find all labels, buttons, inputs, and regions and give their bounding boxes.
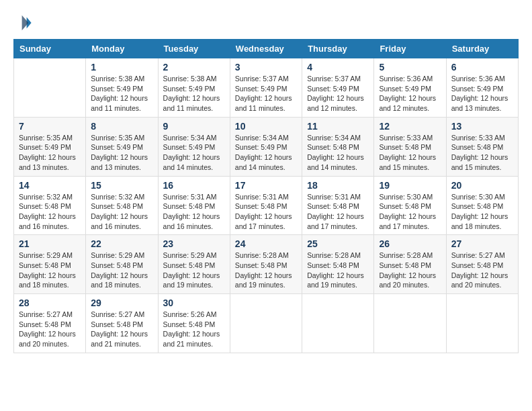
- day-number: 30: [163, 298, 225, 308]
- calendar-cell: 8Sunrise: 5:35 AM Sunset: 5:49 PM Daylig…: [86, 117, 158, 176]
- day-number: 15: [91, 180, 152, 191]
- calendar-cell: 23Sunrise: 5:29 AM Sunset: 5:48 PM Dayli…: [158, 235, 230, 294]
- day-info: Sunrise: 5:32 AM Sunset: 5:48 PM Dayligh…: [91, 192, 152, 232]
- calendar-cell: 21Sunrise: 5:29 AM Sunset: 5:48 PM Dayli…: [14, 235, 86, 294]
- day-info: Sunrise: 5:29 AM Sunset: 5:48 PM Dayligh…: [163, 250, 225, 290]
- calendar-cell: 30Sunrise: 5:26 AM Sunset: 5:48 PM Dayli…: [158, 294, 230, 353]
- calendar-cell: 25Sunrise: 5:28 AM Sunset: 5:48 PM Dayli…: [302, 235, 374, 294]
- day-number: 20: [451, 180, 513, 191]
- day-info: Sunrise: 5:30 AM Sunset: 5:48 PM Dayligh…: [379, 192, 441, 232]
- day-number: 22: [91, 238, 152, 249]
- calendar-cell: [230, 294, 302, 353]
- week-row-1: 1Sunrise: 5:38 AM Sunset: 5:49 PM Daylig…: [14, 58, 519, 118]
- calendar-table: SundayMondayTuesdayWednesdayThursdayFrid…: [13, 39, 519, 353]
- day-info: Sunrise: 5:28 AM Sunset: 5:48 PM Dayligh…: [379, 250, 441, 290]
- week-row-3: 14Sunrise: 5:32 AM Sunset: 5:48 PM Dayli…: [14, 176, 519, 235]
- week-row-5: 28Sunrise: 5:27 AM Sunset: 5:48 PM Dayli…: [14, 294, 519, 353]
- day-info: Sunrise: 5:34 AM Sunset: 5:49 PM Dayligh…: [163, 133, 225, 173]
- day-number: 1: [91, 62, 152, 73]
- calendar-cell: 28Sunrise: 5:27 AM Sunset: 5:48 PM Dayli…: [14, 294, 86, 353]
- day-number: 24: [235, 238, 297, 249]
- day-info: Sunrise: 5:28 AM Sunset: 5:48 PM Dayligh…: [307, 250, 369, 290]
- calendar-cell: 24Sunrise: 5:28 AM Sunset: 5:48 PM Dayli…: [230, 235, 302, 294]
- day-number: 21: [19, 238, 81, 249]
- day-info: Sunrise: 5:35 AM Sunset: 5:49 PM Dayligh…: [91, 133, 152, 173]
- calendar-cell: 6Sunrise: 5:36 AM Sunset: 5:49 PM Daylig…: [446, 58, 518, 118]
- calendar-cell: 18Sunrise: 5:31 AM Sunset: 5:48 PM Dayli…: [302, 176, 374, 235]
- page-header: [13, 13, 519, 32]
- day-number: 5: [379, 62, 441, 73]
- day-info: Sunrise: 5:31 AM Sunset: 5:48 PM Dayligh…: [235, 192, 297, 232]
- calendar-cell: 5Sunrise: 5:36 AM Sunset: 5:49 PM Daylig…: [374, 58, 446, 118]
- day-header-monday: Monday: [86, 40, 158, 58]
- day-info: Sunrise: 5:31 AM Sunset: 5:48 PM Dayligh…: [163, 192, 225, 232]
- day-number: 6: [451, 62, 513, 73]
- day-number: 13: [451, 121, 513, 132]
- day-number: 28: [19, 298, 81, 308]
- day-number: 2: [163, 62, 225, 73]
- day-header-friday: Friday: [374, 40, 446, 58]
- calendar-cell: [446, 294, 518, 353]
- day-number: 9: [163, 121, 225, 132]
- day-info: Sunrise: 5:34 AM Sunset: 5:48 PM Dayligh…: [307, 133, 369, 173]
- calendar-cell: 29Sunrise: 5:27 AM Sunset: 5:48 PM Dayli…: [86, 294, 158, 353]
- calendar-cell: 2Sunrise: 5:38 AM Sunset: 5:49 PM Daylig…: [158, 58, 230, 118]
- calendar-cell: [14, 58, 86, 118]
- day-number: 10: [235, 121, 297, 132]
- day-header-tuesday: Tuesday: [158, 40, 230, 58]
- calendar-cell: 20Sunrise: 5:30 AM Sunset: 5:48 PM Dayli…: [446, 176, 518, 235]
- day-info: Sunrise: 5:37 AM Sunset: 5:49 PM Dayligh…: [307, 74, 369, 113]
- day-number: 3: [235, 62, 297, 73]
- day-number: 11: [307, 121, 369, 132]
- calendar-cell: 17Sunrise: 5:31 AM Sunset: 5:48 PM Dayli…: [230, 176, 302, 235]
- calendar-cell: 16Sunrise: 5:31 AM Sunset: 5:48 PM Dayli…: [158, 176, 230, 235]
- day-number: 8: [91, 121, 152, 132]
- calendar-cell: 4Sunrise: 5:37 AM Sunset: 5:49 PM Daylig…: [302, 58, 374, 118]
- day-info: Sunrise: 5:30 AM Sunset: 5:48 PM Dayligh…: [451, 192, 513, 232]
- day-info: Sunrise: 5:31 AM Sunset: 5:48 PM Dayligh…: [307, 192, 369, 232]
- day-info: Sunrise: 5:29 AM Sunset: 5:48 PM Dayligh…: [19, 250, 81, 290]
- day-info: Sunrise: 5:28 AM Sunset: 5:48 PM Dayligh…: [235, 250, 297, 290]
- day-number: 18: [307, 180, 369, 191]
- day-info: Sunrise: 5:37 AM Sunset: 5:49 PM Dayligh…: [235, 74, 297, 113]
- day-info: Sunrise: 5:29 AM Sunset: 5:48 PM Dayligh…: [91, 250, 152, 290]
- calendar-cell: 7Sunrise: 5:35 AM Sunset: 5:49 PM Daylig…: [14, 117, 86, 176]
- logo-icon: [13, 13, 32, 32]
- calendar-cell: 15Sunrise: 5:32 AM Sunset: 5:48 PM Dayli…: [86, 176, 158, 235]
- week-row-2: 7Sunrise: 5:35 AM Sunset: 5:49 PM Daylig…: [14, 117, 519, 176]
- day-header-thursday: Thursday: [302, 40, 374, 58]
- day-number: 17: [235, 180, 297, 191]
- calendar-cell: 27Sunrise: 5:27 AM Sunset: 5:48 PM Dayli…: [446, 235, 518, 294]
- calendar-header-row: SundayMondayTuesdayWednesdayThursdayFrid…: [14, 40, 519, 58]
- day-info: Sunrise: 5:32 AM Sunset: 5:48 PM Dayligh…: [19, 192, 81, 232]
- calendar-cell: 9Sunrise: 5:34 AM Sunset: 5:49 PM Daylig…: [158, 117, 230, 176]
- day-number: 29: [91, 298, 152, 308]
- day-info: Sunrise: 5:36 AM Sunset: 5:49 PM Dayligh…: [379, 74, 441, 113]
- svg-marker-1: [22, 15, 29, 30]
- day-number: 25: [307, 238, 369, 249]
- day-number: 19: [379, 180, 441, 191]
- day-header-wednesday: Wednesday: [230, 40, 302, 58]
- day-info: Sunrise: 5:26 AM Sunset: 5:48 PM Dayligh…: [163, 310, 225, 349]
- calendar-cell: 13Sunrise: 5:33 AM Sunset: 5:48 PM Dayli…: [446, 117, 518, 176]
- day-number: 7: [19, 121, 81, 132]
- day-number: 12: [379, 121, 441, 132]
- calendar-cell: 14Sunrise: 5:32 AM Sunset: 5:48 PM Dayli…: [14, 176, 86, 235]
- day-number: 23: [163, 238, 225, 249]
- calendar-cell: 12Sunrise: 5:33 AM Sunset: 5:48 PM Dayli…: [374, 117, 446, 176]
- day-info: Sunrise: 5:38 AM Sunset: 5:49 PM Dayligh…: [91, 74, 152, 113]
- calendar-cell: 10Sunrise: 5:34 AM Sunset: 5:49 PM Dayli…: [230, 117, 302, 176]
- day-info: Sunrise: 5:36 AM Sunset: 5:49 PM Dayligh…: [451, 74, 513, 113]
- day-info: Sunrise: 5:34 AM Sunset: 5:49 PM Dayligh…: [235, 133, 297, 173]
- day-info: Sunrise: 5:38 AM Sunset: 5:49 PM Dayligh…: [163, 74, 225, 113]
- day-info: Sunrise: 5:33 AM Sunset: 5:48 PM Dayligh…: [451, 133, 513, 173]
- logo: [13, 13, 35, 32]
- day-info: Sunrise: 5:27 AM Sunset: 5:48 PM Dayligh…: [451, 250, 513, 290]
- calendar-cell: [302, 294, 374, 353]
- calendar-cell: 1Sunrise: 5:38 AM Sunset: 5:49 PM Daylig…: [86, 58, 158, 118]
- day-info: Sunrise: 5:33 AM Sunset: 5:48 PM Dayligh…: [379, 133, 441, 173]
- day-info: Sunrise: 5:27 AM Sunset: 5:48 PM Dayligh…: [91, 310, 152, 349]
- day-number: 16: [163, 180, 225, 191]
- calendar-cell: [374, 294, 446, 353]
- calendar-cell: 19Sunrise: 5:30 AM Sunset: 5:48 PM Dayli…: [374, 176, 446, 235]
